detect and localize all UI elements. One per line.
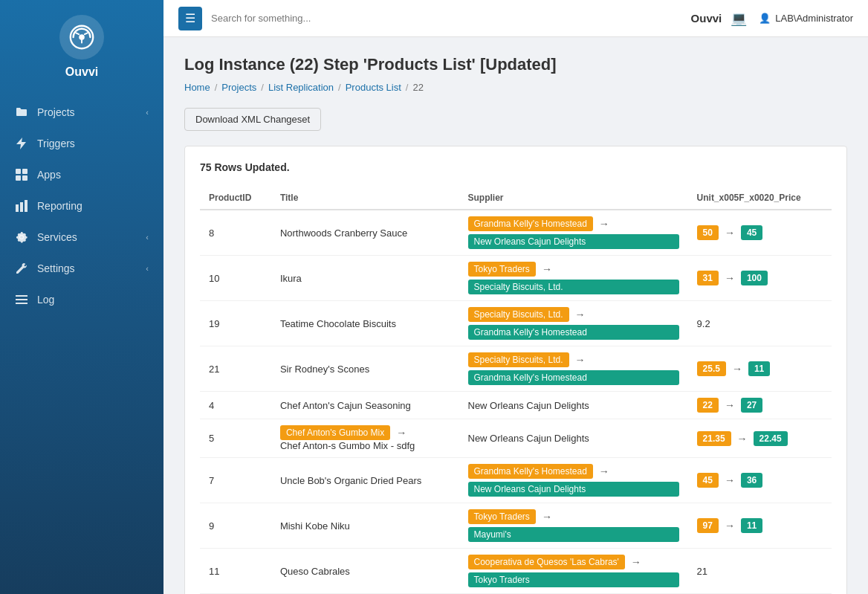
cell-supplier: New Orleans Cajun Delights bbox=[459, 392, 688, 419]
sidebar-item-projects[interactable]: Projects ‹ bbox=[0, 97, 163, 128]
title-old-badge: Chef Anton's Gumbo Mix bbox=[280, 425, 390, 440]
svg-rect-4 bbox=[16, 175, 21, 181]
cell-price: 21 bbox=[688, 549, 832, 594]
sidebar-item-services[interactable]: Services ‹ bbox=[0, 222, 163, 253]
breadcrumb: Home / Projects / List Replication / Pro… bbox=[184, 82, 847, 93]
col-price: Unit_x005F_x0020_Price bbox=[688, 187, 832, 210]
svg-rect-5 bbox=[22, 175, 27, 181]
supplier-badge: Cooperativa de Quesos 'Las Cabras' bbox=[468, 555, 625, 569]
arrow-icon: → bbox=[732, 363, 742, 375]
svg-point-1 bbox=[79, 34, 85, 40]
cell-productid: 9 bbox=[200, 503, 271, 549]
cell-productid: 4 bbox=[200, 392, 271, 419]
cell-productid: 7 bbox=[200, 458, 271, 503]
arrow-icon: → bbox=[737, 433, 748, 445]
bar-chart-icon bbox=[15, 199, 28, 213]
cell-price: 22 → 27 bbox=[688, 392, 832, 419]
table-row: 10Ikura Tokyo Traders → Specialty Biscui… bbox=[200, 256, 832, 301]
table-row: 11Queso Cabrales Cooperativa de Quesos '… bbox=[200, 549, 832, 594]
cell-supplier: Grandma Kelly's Homestead → New Orleans … bbox=[459, 458, 688, 503]
download-xml-button[interactable]: Download XML Changeset bbox=[184, 108, 321, 131]
price-badge: 22 bbox=[697, 398, 719, 413]
arrow-icon: → bbox=[725, 272, 735, 284]
sidebar-item-triggers[interactable]: Triggers bbox=[0, 128, 163, 159]
sidebar-item-label: Projects bbox=[37, 106, 75, 118]
svg-rect-3 bbox=[22, 169, 27, 174]
sidebar-item-label: Settings bbox=[37, 262, 75, 274]
table-row: 5 Chef Anton's Gumbo Mix → Chef Anton-s … bbox=[200, 419, 832, 458]
supplier-badge: New Orleans Cajun Delights bbox=[468, 234, 679, 249]
supplier-badge: Grandma Kelly's Homestead bbox=[468, 325, 679, 340]
cell-supplier: Cooperativa de Quesos 'Las Cabras' → Tok… bbox=[459, 549, 688, 594]
app-name: Ouvvi bbox=[65, 65, 98, 79]
sidebar-item-label: Reporting bbox=[37, 200, 82, 212]
cell-supplier: Specialty Biscuits, Ltd. → Grandma Kelly… bbox=[459, 301, 688, 346]
menu-toggle-button[interactable]: ☰ bbox=[178, 7, 202, 30]
cell-price: 97 → 11 bbox=[688, 503, 832, 549]
price-badge: 50 bbox=[697, 225, 719, 240]
supplier-badge: Grandma Kelly's Homestead bbox=[468, 216, 593, 231]
table-row: 19Teatime Chocolate Biscuits Specialty B… bbox=[200, 301, 832, 346]
svg-rect-9 bbox=[16, 295, 27, 297]
gear-icon bbox=[15, 230, 28, 244]
search-input[interactable] bbox=[211, 13, 682, 24]
cell-title: Ikura bbox=[271, 256, 459, 301]
log-panel: 75 Rows Updated. ProductID Title Supplie… bbox=[184, 146, 847, 594]
table-row: 7Uncle Bob's Organic Dried Pears Grandma… bbox=[200, 458, 832, 503]
cell-supplier: Tokyo Traders → Specialty Biscuits, Ltd. bbox=[459, 256, 688, 301]
svg-rect-6 bbox=[16, 204, 19, 212]
cell-title: Teatime Chocolate Biscuits bbox=[271, 301, 459, 346]
price-badge: 22.45 bbox=[754, 431, 788, 446]
chevron-icon: ‹ bbox=[146, 108, 149, 117]
sidebar-item-log[interactable]: Log bbox=[0, 284, 163, 315]
svg-rect-7 bbox=[20, 202, 23, 212]
cell-productid: 5 bbox=[200, 419, 271, 458]
breadcrumb-list-replication[interactable]: List Replication bbox=[268, 82, 334, 93]
sidebar-item-label: Apps bbox=[37, 169, 61, 181]
monitor-icon[interactable]: 💻 bbox=[731, 10, 747, 27]
sidebar-item-label: Log bbox=[37, 294, 54, 306]
log-table: ProductID Title Supplier Unit_x005F_x002… bbox=[200, 187, 832, 594]
rows-updated-text: 75 Rows Updated. bbox=[200, 161, 832, 173]
arrow-icon: → bbox=[631, 556, 641, 568]
price-badge: 21.35 bbox=[697, 431, 731, 446]
cell-price: 50 → 45 bbox=[688, 210, 832, 256]
grid-icon bbox=[15, 168, 28, 181]
breadcrumb-home[interactable]: Home bbox=[184, 82, 210, 93]
chevron-icon: ‹ bbox=[146, 233, 149, 242]
supplier-badge: Specialty Biscuits, Ltd. bbox=[468, 352, 569, 367]
sidebar-item-reporting[interactable]: Reporting bbox=[0, 190, 163, 222]
cell-title: Sir Rodney's Scones bbox=[271, 346, 459, 392]
arrow-icon: → bbox=[725, 399, 735, 411]
col-supplier: Supplier bbox=[459, 187, 688, 210]
breadcrumb-projects[interactable]: Projects bbox=[221, 82, 256, 93]
sidebar-item-apps[interactable]: Apps bbox=[0, 159, 163, 190]
supplier-badge: New Orleans Cajun Delights bbox=[468, 482, 679, 497]
arrow-icon: → bbox=[542, 263, 552, 275]
app-title: Ouvvi bbox=[691, 12, 722, 25]
cell-price: 31 → 100 bbox=[688, 256, 832, 301]
list-icon bbox=[15, 293, 28, 306]
table-row: 9Mishi Kobe Niku Tokyo Traders → Mayumi'… bbox=[200, 503, 832, 549]
logo-svg bbox=[68, 23, 96, 51]
cell-supplier: Specialty Biscuits, Ltd. → Grandma Kelly… bbox=[459, 346, 688, 392]
chevron-icon: ‹ bbox=[146, 264, 149, 273]
breadcrumb-id: 22 bbox=[412, 82, 423, 93]
wrench-icon bbox=[15, 262, 28, 275]
content-area: Log Instance (22) Step 'Products List' [… bbox=[163, 37, 868, 594]
supplier-badge: Specialty Biscuits, Ltd. bbox=[468, 280, 679, 294]
cell-title: Queso Cabrales bbox=[271, 549, 459, 594]
sidebar-item-settings[interactable]: Settings ‹ bbox=[0, 253, 163, 284]
cell-supplier: New Orleans Cajun Delights bbox=[459, 419, 688, 458]
breadcrumb-products-list[interactable]: Products List bbox=[346, 82, 401, 93]
cell-productid: 21 bbox=[200, 346, 271, 392]
price-badge: 11 bbox=[748, 361, 770, 376]
arrow-icon: → bbox=[599, 465, 609, 477]
folder-icon bbox=[15, 106, 28, 119]
arrow-icon: → bbox=[725, 227, 735, 239]
svg-rect-11 bbox=[16, 303, 27, 304]
arrow-icon: → bbox=[599, 218, 609, 230]
table-row: 4Chef Anton's Cajun SeasoningNew Orleans… bbox=[200, 392, 832, 419]
bolt-icon bbox=[15, 137, 28, 150]
cell-productid: 11 bbox=[200, 549, 271, 594]
